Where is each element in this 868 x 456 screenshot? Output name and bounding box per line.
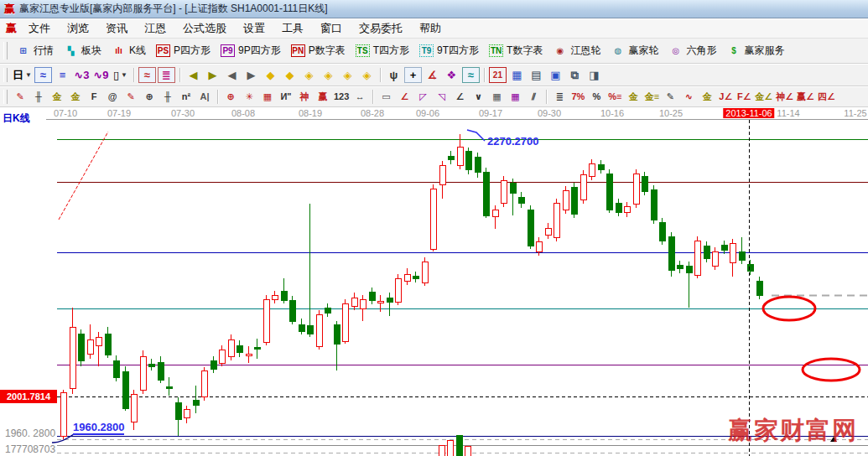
parallel-lines-tool[interactable]: ⫽: [525, 90, 542, 104]
fan-box-tool[interactable]: ◸: [414, 90, 431, 104]
percent-lines-tool[interactable]: %≡: [606, 90, 623, 104]
toolbar-grip[interactable]: [3, 42, 8, 59]
angle-lines-tool[interactable]: ∠: [451, 90, 468, 104]
grid-net2-tool[interactable]: ▦: [507, 90, 523, 104]
p-digit-table-button[interactable]: PNP数字表: [286, 41, 351, 60]
next-bar-button[interactable]: ▶: [242, 67, 260, 83]
9t-square-button[interactable]: T99T四方形: [414, 41, 484, 60]
n-wave-tool[interactable]: И": [278, 90, 294, 104]
menu-item-6[interactable]: 工具: [273, 19, 312, 38]
diamond-left-button[interactable]: ◆: [262, 67, 279, 83]
menu-item-3[interactable]: 江恩: [136, 19, 174, 38]
fib-gate-tool[interactable]: F: [86, 90, 102, 104]
remote-button[interactable]: ◨: [585, 67, 603, 83]
gold-underline-tool[interactable]: 金: [699, 90, 715, 104]
menu-item-0[interactable]: 文件: [20, 19, 59, 38]
gann-draw-blue-tool[interactable]: ≈: [34, 67, 52, 83]
hexagon-button[interactable]: ◎六角形: [663, 41, 721, 60]
span-measure-tool[interactable]: ↔: [351, 90, 368, 104]
wave2-tool[interactable]: ∿: [680, 90, 697, 104]
angle-measure-tool[interactable]: ∡: [424, 67, 441, 83]
crosshair-tool[interactable]: +: [404, 67, 422, 83]
prev-bar-button[interactable]: ◀: [223, 67, 241, 83]
shen-gate-tool[interactable]: 神: [296, 90, 313, 104]
fan-box2-tool[interactable]: ◹: [433, 90, 450, 104]
quotes-button[interactable]: ⊞行情: [11, 41, 59, 60]
t-square-button[interactable]: TST四方形: [351, 41, 414, 60]
memo-button[interactable]: ▤: [528, 67, 545, 83]
gold-circle-tool[interactable]: 金: [625, 90, 642, 104]
menu-item-8[interactable]: 交易委托: [351, 19, 411, 38]
toolbar-grip[interactable]: [3, 68, 8, 83]
menu-item-7[interactable]: 窗口: [312, 19, 351, 38]
kline-button[interactable]: ılıK线: [107, 41, 151, 60]
info-doc-button[interactable]: ≡: [54, 67, 71, 83]
gann-fan-tool[interactable]: ∠: [396, 90, 413, 104]
menu-item-9[interactable]: 帮助: [411, 19, 450, 38]
minute3-chart-button[interactable]: ∿3: [73, 67, 91, 83]
hand-tool[interactable]: ψ: [385, 67, 403, 83]
wave-draw-teal-tool[interactable]: ≈: [462, 67, 480, 83]
first-bar-button[interactable]: ◀: [185, 67, 202, 83]
p-square-button[interactable]: PSP四方形: [151, 41, 216, 60]
winner-service-button[interactable]: $赢家服务: [721, 41, 789, 60]
ying-angle-tool[interactable]: 赢∠: [796, 90, 815, 104]
volume-profile-button[interactable]: ≣: [158, 67, 175, 83]
grid-lines-tool[interactable]: ╫: [30, 90, 47, 104]
calendar-button[interactable]: 21: [489, 67, 507, 83]
candlestick-chart[interactable]: [0, 119, 868, 456]
toolbar-grip[interactable]: [3, 90, 8, 103]
gold-angle-tool[interactable]: 金∠: [754, 90, 773, 104]
region-tool[interactable]: ❖: [443, 67, 460, 83]
menu-item-5[interactable]: 设置: [235, 19, 273, 38]
sectors-button[interactable]: ▚板块: [59, 41, 107, 60]
save-button[interactable]: ▣: [547, 67, 564, 83]
diamond-all-button[interactable]: ◈: [358, 67, 376, 83]
gann-wheel-button[interactable]: ◉江恩轮: [548, 41, 606, 60]
star-circle-tool[interactable]: ✳: [241, 90, 257, 104]
kline-button-label: K线: [129, 44, 146, 58]
channel-tool[interactable]: ≣: [551, 90, 568, 104]
percent7-tool[interactable]: 7%: [569, 90, 586, 104]
f-angle-tool[interactable]: F∠: [735, 90, 752, 104]
diamond-compress-button[interactable]: ◈: [300, 67, 318, 83]
t-digit-table-button[interactable]: TNT数字表: [484, 41, 548, 60]
gold-lines-tool[interactable]: 金≡: [643, 90, 660, 104]
menu-item-1[interactable]: 浏览: [59, 19, 97, 38]
period-day-selector[interactable]: 日▼: [12, 67, 33, 83]
zigzag-tool[interactable]: ∨: [470, 90, 486, 104]
hash-tool[interactable]: ╫: [159, 90, 176, 104]
diamond-right-button[interactable]: ◆: [281, 67, 299, 83]
si-angle-tool[interactable]: 四∠: [817, 90, 836, 104]
last-bar-button[interactable]: ▶: [204, 67, 221, 83]
measure-pencil-tool[interactable]: ✎: [122, 90, 139, 104]
percent-tool[interactable]: %: [588, 90, 605, 104]
grid-net-tool[interactable]: ▦: [488, 90, 505, 104]
menu-item-2[interactable]: 资讯: [97, 19, 136, 38]
a-line-tool[interactable]: A|: [196, 90, 213, 104]
box-select-tool[interactable]: ▭: [377, 90, 394, 104]
diamond-expand-button[interactable]: ◈: [320, 67, 337, 83]
gold-gate2-tool[interactable]: 金: [67, 90, 84, 104]
menu-item-4[interactable]: 公式选股: [174, 19, 235, 38]
ruler-tool[interactable]: 123: [333, 90, 350, 104]
time-circle-tool[interactable]: ⊕: [141, 90, 158, 104]
winner-wheel-button[interactable]: ◍赢家轮: [606, 41, 663, 60]
ying-gate-tool[interactable]: 赢: [314, 90, 331, 104]
j-angle-tool[interactable]: J∠: [717, 90, 734, 104]
9p-square-button[interactable]: P99P四方形: [216, 41, 286, 60]
square-web-tool[interactable]: ▦: [259, 90, 276, 104]
circle-cross-tool[interactable]: ⊕: [222, 90, 239, 104]
brush-tool[interactable]: ✎: [662, 90, 678, 104]
minute9-chart-button[interactable]: ∿9: [92, 67, 110, 83]
gold-gate-tool[interactable]: 金: [49, 90, 65, 104]
n-square-tool[interactable]: n²: [178, 90, 195, 104]
shen-angle-tool[interactable]: 神∠: [775, 90, 794, 104]
calculator-button[interactable]: ▦: [508, 67, 526, 83]
pencil-tool[interactable]: ✎: [12, 90, 29, 104]
candle-style-selector[interactable]: ▯▼: [112, 67, 129, 83]
spiral-tool[interactable]: @: [104, 90, 121, 104]
export-button[interactable]: ⧉: [566, 67, 584, 83]
gann-draw-red-tool[interactable]: ≈: [138, 67, 156, 83]
diamond-vertical-button[interactable]: ◈: [339, 67, 356, 83]
